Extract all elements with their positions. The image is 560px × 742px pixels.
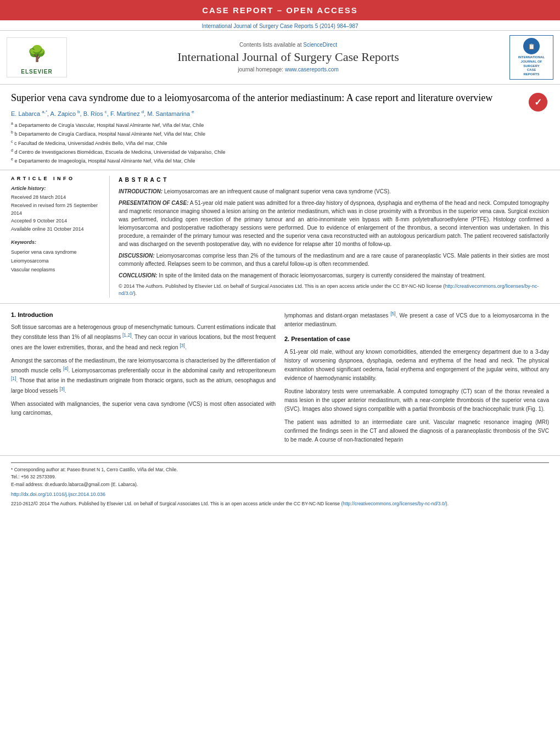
crossmark-badge[interactable]: ✓ <box>527 91 549 113</box>
right-para-4: The patient was admitted to an intermedi… <box>284 418 549 444</box>
abstract-intro: INTRODUCTION: Leiomyosarcomas are an inf… <box>119 187 549 196</box>
right-column: lymphomas and distant-organ metastases [… <box>284 310 549 449</box>
abstract-intro-text: Leiomyosarcomas are an infrequent cause … <box>164 188 391 194</box>
abstract-discussion-text: Leiomyosarcomas comprise less than 2% of… <box>119 253 549 267</box>
abstract-conclusion-text: In spite of the limited data on the mana… <box>159 272 485 278</box>
article-title-section: Superior vena cava syndrome due to a lei… <box>0 85 560 170</box>
affiliation-b: b b Departamento de Cirugía Cardíaca, Ho… <box>11 129 522 138</box>
abstract-conclusion-label: CONCLUSION: <box>119 272 158 278</box>
keywords-list: Superior vena cava syndrome Leiomyosarco… <box>11 248 103 275</box>
abstract-discussion: DISCUSSION: Leiomyosarcomas comprise les… <box>119 252 549 268</box>
article-authors: E. Labarca a,*, A. Zapico b, B. Ríos c, … <box>11 109 522 117</box>
page-footer: * Corresponding author at: Paseo Brunet … <box>0 455 560 512</box>
email-link[interactable]: dr.eduardo.labarca@gmail.com <box>44 482 109 487</box>
license-link[interactable]: (http://creativecommons.org/licenses/by-… <box>341 501 449 506</box>
main-content: 1. Introduction Soft tissue sarcomas are… <box>0 304 560 455</box>
journal-header: 🌳 ELSEVIER Contents lists available at S… <box>0 30 560 85</box>
affiliation-c: c c Facultad de Medicina, Universidad An… <box>11 138 522 147</box>
copyright: © 2014 The Authors. Published by Elsevie… <box>119 283 549 298</box>
right-para-3: Routine laboratory tests were unremarkab… <box>284 387 549 414</box>
footnote-section: * Corresponding author at: Paseo Brunet … <box>11 462 549 489</box>
abstract-section: A B S T R A C T INTRODUCTION: Leiomyosar… <box>119 176 549 298</box>
journal-info-line: International Journal of Surgery Case Re… <box>0 20 560 30</box>
article-info-title: A R T I C L E I N F O <box>11 176 103 181</box>
keywords-label: Keywords: <box>11 238 103 246</box>
abstract-presentation-text: A 51-year old male patient was admitted … <box>119 200 549 247</box>
copyright-link[interactable]: http://creativecommons.org/licenses/by-n… <box>119 283 539 297</box>
received-date: Received 28 March 2014 <box>11 193 103 201</box>
affiliation-d: d d Centro de Investigaciones Biomédicas… <box>11 147 522 156</box>
email: E-mail address: dr.eduardo.labarca@gmail… <box>11 481 549 489</box>
abstract-intro-label: INTRODUCTION: <box>119 188 163 194</box>
journal-citation: International Journal of Surgery Case Re… <box>201 23 358 29</box>
journal-logo-right: 📋 INTERNATIONALJOURNAL OFSURGERYCASEREPO… <box>509 35 553 80</box>
corresponding-author: * Corresponding author at: Paseo Brunet … <box>11 466 549 474</box>
affiliation-e: e e Departamento de Imageología, Hospita… <box>11 156 522 165</box>
doi-link[interactable]: http://dx.doi.org/10.1016/j.ijscr.2014.1… <box>11 492 105 497</box>
ref-3b[interactable]: [3] <box>59 386 64 392</box>
affiliations: a a Departamento de Cirugía Vascular, Ho… <box>11 120 522 165</box>
elsevier-tree-icon: 🌳 <box>20 40 53 68</box>
abstract-conclusion: CONCLUSION: In spite of the limited data… <box>119 271 549 280</box>
ref-5[interactable]: [5] <box>390 311 395 316</box>
affiliation-a: a a Departamento de Cirugía Vascular, Ho… <box>11 120 522 129</box>
article-title: Superior vena cava syndrome due to a lei… <box>11 91 522 105</box>
elsevier-logo: 🌳 ELSEVIER <box>7 37 67 77</box>
license-line: 2210-2612/© 2014 The Authors. Published … <box>11 500 549 508</box>
journal-name: International Journal of Surgery Case Re… <box>67 50 509 64</box>
article-history-label: Article history: <box>11 185 103 192</box>
tel: Tel.: +56 32 2573399. <box>11 473 549 481</box>
article-body: A R T I C L E I N F O Article history: R… <box>0 170 560 304</box>
intro-section-title: 1. Introduction <box>11 310 276 320</box>
intro-para-3: When associated with malignancies, the s… <box>11 400 276 417</box>
ref-3a[interactable]: [3] <box>180 343 184 348</box>
journal-homepage-link[interactable]: www.casereports.com <box>285 66 339 72</box>
journal-logo-icon: 📋 <box>523 38 540 54</box>
presentation-section-title: 2. Presentation of case <box>284 334 549 344</box>
keyword-2: Leiomyosarcoma <box>11 256 103 265</box>
abstract-title: A B S T R A C T <box>119 176 549 184</box>
doi-line: http://dx.doi.org/10.1016/j.ijscr.2014.1… <box>11 490 549 498</box>
keywords-group: Keywords: Superior vena cava syndrome Le… <box>11 238 103 274</box>
header-bar-text: CASE REPORT – OPEN ACCESS <box>202 5 358 15</box>
svg-text:✓: ✓ <box>534 97 542 108</box>
intro-para-1: Soft tissue sarcomas are a heterogenous … <box>11 323 276 352</box>
header-bar: CASE REPORT – OPEN ACCESS <box>0 0 560 20</box>
ref-4[interactable]: [4] <box>63 366 68 371</box>
left-column: 1. Introduction Soft tissue sarcomas are… <box>11 310 276 449</box>
journal-homepage: journal homepage: www.casereports.com <box>67 66 509 72</box>
sciencedirect-link[interactable]: ScienceDirect <box>303 42 337 48</box>
ref-1[interactable]: [1,2] <box>122 332 132 338</box>
right-para-1: lymphomas and distant-organ metastases [… <box>284 310 549 329</box>
received-revised-date: Received in revised form 25 September 20… <box>11 202 103 217</box>
keyword-3: Vascular neoplasms <box>11 265 103 274</box>
right-para-2: A 51-year old male, without any known co… <box>284 348 549 383</box>
available-date: Available online 31 October 2014 <box>11 225 103 233</box>
journal-logo-text: INTERNATIONALJOURNAL OFSURGERYCASEREPORT… <box>518 55 545 77</box>
abstract-presentation: PRESENTATION OF CASE: A 51-year old male… <box>119 199 549 248</box>
abstract-discussion-label: DISCUSSION: <box>119 253 155 259</box>
article-title-text: Superior vena cava syndrome due to a lei… <box>11 91 522 165</box>
contents-available: Contents lists available at ScienceDirec… <box>67 42 509 48</box>
article-history-group: Article history: Received 28 March 2014 … <box>11 185 103 233</box>
journal-title-center: Contents lists available at ScienceDirec… <box>67 42 509 72</box>
keyword-1: Superior vena cava syndrome <box>11 248 103 256</box>
abstract-presentation-label: PRESENTATION OF CASE: <box>119 200 188 206</box>
ref-1b[interactable]: [1] <box>11 376 16 381</box>
elsevier-label: ELSEVIER <box>21 69 52 75</box>
accepted-date: Accepted 9 October 2014 <box>11 217 103 225</box>
intro-para-2: Amongst the sarcomas of the mediastinum,… <box>11 356 276 395</box>
article-info-panel: A R T I C L E I N F O Article history: R… <box>11 176 110 298</box>
